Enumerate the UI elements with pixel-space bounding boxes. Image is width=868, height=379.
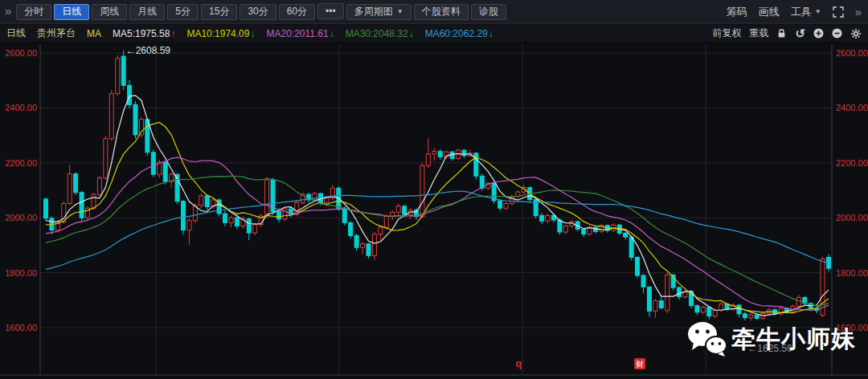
candle-up xyxy=(384,216,388,227)
candle-up xyxy=(379,227,383,234)
candle-down xyxy=(636,257,640,275)
y-axis-label-right: 1600.00 xyxy=(836,323,868,332)
status-period-label[interactable]: 日线 xyxy=(6,26,26,40)
y-axis-label-left: 2400.00 xyxy=(5,103,37,112)
action-重载[interactable]: 重载 xyxy=(749,26,768,40)
candle-down xyxy=(44,199,48,218)
y-axis-label-left: 1800.00 xyxy=(5,268,37,278)
period-button-个股资料[interactable]: 个股资料 xyxy=(414,4,469,20)
candle-up xyxy=(92,194,96,208)
candle-down xyxy=(474,153,478,176)
candle-up xyxy=(563,226,567,232)
stock-name-label[interactable]: 贵州茅台 xyxy=(37,26,76,40)
candle-down xyxy=(366,244,371,256)
candle-down xyxy=(641,275,645,287)
candle-down xyxy=(247,219,251,233)
period-button-5分[interactable]: 5分 xyxy=(167,4,199,20)
collapse-left-icon[interactable]: » xyxy=(3,4,16,19)
period-button-日线[interactable]: 日线 xyxy=(54,4,89,20)
candle-up xyxy=(109,94,113,139)
tool-筹码[interactable]: 筹码 xyxy=(727,5,747,19)
action-前复权[interactable]: 前复权 xyxy=(712,26,741,40)
candle-up xyxy=(665,275,669,310)
tool-画线[interactable]: 画线 xyxy=(759,5,780,19)
status-right-group: 前复权重载↺ xyxy=(712,26,862,41)
candle-down xyxy=(133,104,137,135)
ma5-line xyxy=(46,96,829,316)
period-button-60分[interactable]: 60分 xyxy=(279,4,315,20)
ma-legend-MA10: MA10:1974.09↓ xyxy=(186,28,255,39)
y-axis-label-right: 1800.00 xyxy=(836,268,868,278)
candle-up xyxy=(510,197,514,204)
candle-down xyxy=(743,314,747,318)
y-axis-label-left: 2000.00 xyxy=(5,213,37,222)
lock-icon[interactable] xyxy=(776,28,787,39)
settings-icon[interactable] xyxy=(850,28,862,39)
candle-down xyxy=(695,306,699,312)
candle-up xyxy=(361,244,365,247)
y-axis-label-right: 2400.00 xyxy=(836,103,868,112)
candle-up xyxy=(187,221,191,230)
candle-down xyxy=(163,162,167,181)
candle-down xyxy=(349,222,353,235)
fullscreen-icon[interactable] xyxy=(833,6,844,18)
down-arrow-icon: ↓ xyxy=(409,28,414,39)
candle-up xyxy=(713,310,717,316)
y-axis-label-right: 2200.00 xyxy=(836,158,868,168)
candle-up xyxy=(396,206,400,213)
status-bar: 日线 贵州茅台 MA MA5:1975.58↑MA10:1974.09↓MA20… xyxy=(0,25,868,42)
zoom-out-icon[interactable] xyxy=(832,28,842,39)
candle-up xyxy=(139,120,143,135)
y-axis-label-left: 1600.00 xyxy=(5,323,37,332)
candle-up xyxy=(313,194,317,200)
candle-up xyxy=(426,154,430,165)
candle-down xyxy=(235,218,239,226)
candle-down xyxy=(480,176,484,188)
candle-up xyxy=(701,308,705,312)
down-arrow-icon: ↓ xyxy=(489,28,493,39)
candle-down xyxy=(498,201,502,208)
period-button-月线[interactable]: 月线 xyxy=(129,4,165,20)
zoom-in-icon[interactable] xyxy=(813,28,824,39)
candle-down xyxy=(342,208,346,222)
candle-up xyxy=(68,173,72,203)
ma-legend-MA5: MA5:1975.58↑ xyxy=(113,28,175,39)
candle-down xyxy=(659,300,663,308)
candle-up xyxy=(116,59,120,94)
candle-down xyxy=(540,215,544,221)
candle-down xyxy=(707,308,711,316)
period-button-30分[interactable]: 30分 xyxy=(240,4,276,20)
candle-up xyxy=(432,151,436,153)
period-button-诊股[interactable]: 诊股 xyxy=(471,4,506,20)
candle-down xyxy=(121,56,125,85)
y-axis-label-left: 2200.00 xyxy=(5,158,37,168)
low-annotation: ←1625.50 xyxy=(747,343,792,354)
double-chevron-right-icon[interactable]: » xyxy=(855,5,862,18)
undo-icon[interactable]: ↺ xyxy=(795,26,805,41)
period-button-多周期图[interactable]: 多周期图▼ xyxy=(346,4,411,20)
candle-up xyxy=(546,215,550,221)
tool-工具[interactable]: 工具▼ xyxy=(791,5,821,19)
down-arrow-icon: ↓ xyxy=(330,28,334,39)
period-button-•••[interactable]: ••• xyxy=(317,3,344,19)
period-button-周线[interactable]: 周线 xyxy=(92,4,127,20)
period-button-15分[interactable]: 15分 xyxy=(201,4,237,20)
period-button-分时[interactable]: 分时 xyxy=(16,4,51,20)
indicator-label[interactable]: MA xyxy=(87,28,101,39)
candle-up xyxy=(97,178,101,195)
candle-up xyxy=(229,218,233,222)
candle-down xyxy=(354,235,358,247)
candle-down xyxy=(151,153,155,174)
ma30-line xyxy=(46,176,829,306)
y-axis-label-left: 2600.00 xyxy=(5,48,37,58)
candle-up xyxy=(653,300,657,311)
candle-down xyxy=(74,173,78,192)
ma-legend-MA60: MA60:2062.29↓ xyxy=(425,28,493,39)
svg-text:财: 财 xyxy=(636,360,644,369)
y-axis-label-right: 2000.00 xyxy=(836,213,868,222)
ma-legend: MA5:1975.58↑MA10:1974.09↓MA20:2011.61↓MA… xyxy=(113,28,505,39)
candle-down xyxy=(647,287,651,311)
candle-down xyxy=(624,233,628,237)
candle-up xyxy=(104,139,108,178)
kline-chart[interactable]: 2600.002600.002400.002400.002200.002200.… xyxy=(0,42,868,379)
